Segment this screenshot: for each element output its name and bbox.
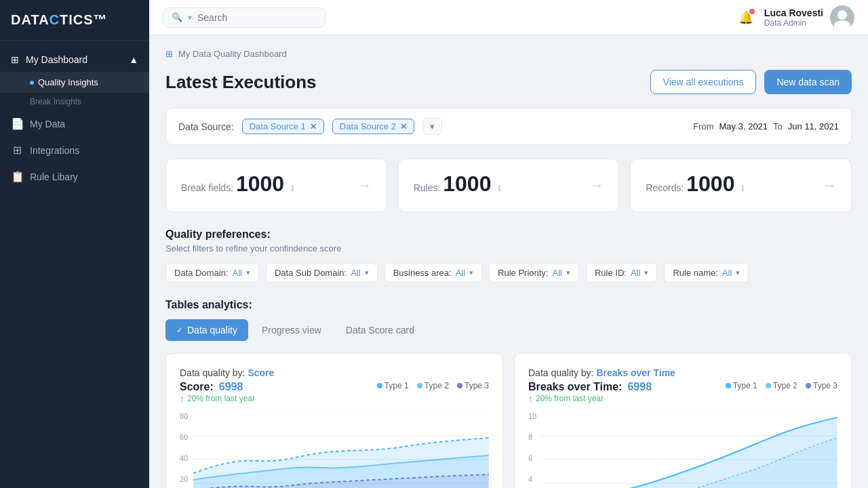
- sidebar-item-break-insights[interactable]: Break Insights: [0, 93, 149, 110]
- pref-filter-rule-name-label: Rule name:: [673, 268, 717, 278]
- stat-value-rules: 1000: [443, 171, 491, 196]
- chart-header-score: Data quality by: Score Score: 6998 ↑ 20%…: [180, 367, 489, 404]
- chart-score-value: 6998: [219, 381, 243, 393]
- integrations-icon: ⊞: [11, 144, 23, 157]
- search-bar[interactable]: 🔍 ▾: [163, 7, 326, 28]
- filter-tag-2[interactable]: Data Source 2 ✕: [332, 119, 414, 134]
- tab-data-quality[interactable]: ✓ Data quality: [165, 319, 248, 341]
- pref-filter-sub-domain-value: All: [351, 268, 360, 278]
- chart-change-breaks: ↑ 20% from last year: [528, 393, 675, 404]
- chart-breaks-value: 6998: [627, 381, 652, 393]
- chart-change-score: ↑ 20% from last year: [180, 393, 274, 404]
- y-label-20: 20: [180, 475, 188, 483]
- legend-type3: Type 3: [457, 381, 489, 390]
- chart-change-score-text: 20% from last year: [187, 394, 255, 403]
- legend-dot-type3: [457, 383, 462, 388]
- green-arrow-icon: ↑: [180, 393, 184, 404]
- view-executions-button[interactable]: View all executions: [650, 70, 757, 94]
- stat-label-records: Records: 1000 ℹ: [646, 171, 745, 197]
- pref-filter-data-domain-value: All: [232, 268, 241, 278]
- tab-data-score-card-label: Data Score card: [346, 325, 414, 336]
- sidebar-item-dashboard[interactable]: ⊞ My Dashboard ▲: [0, 47, 149, 72]
- stat-label-break-fields: Break fields: 1000 ℹ: [181, 171, 294, 197]
- pref-filter-business-area[interactable]: Business area: All ▾: [384, 263, 482, 283]
- app-logo: DATACTICS™: [0, 0, 149, 41]
- pref-filter-data-domain[interactable]: Data Domain: All ▾: [165, 263, 259, 283]
- stat-value-break-fields: 1000: [236, 171, 284, 196]
- legend-dot-breaks-type3: [806, 383, 811, 388]
- stat-card-break-fields: Break fields: 1000 ℹ →: [165, 159, 387, 212]
- dashboard-icon: ⊞: [11, 54, 19, 65]
- filter-tag-1-remove[interactable]: ✕: [310, 122, 317, 131]
- search-chevron-icon: ▾: [188, 13, 192, 22]
- tab-bar: ✓ Data quality Progress view Data Score …: [165, 319, 852, 341]
- break-insights-label: Break Insights: [30, 97, 81, 106]
- legend-breaks-type2: Type 2: [766, 381, 797, 390]
- filter-tag-2-remove[interactable]: ✕: [400, 122, 407, 131]
- stat-card-rules: Rules: 1000 ℹ →: [398, 159, 620, 212]
- tab-data-score-card[interactable]: Data Score card: [335, 319, 425, 341]
- search-icon: 🔍: [172, 12, 182, 22]
- prefs-filters: Data Domain: All ▾ Data Sub Domain: All …: [165, 263, 852, 283]
- chart-area-score: 80 60 40 20 0: [180, 412, 489, 488]
- tab-data-quality-label: Data quality: [187, 325, 237, 336]
- filter-date: From May 3, 2021 To Jun 11, 2021: [693, 121, 839, 131]
- chart-title-score-value: Score: [248, 367, 274, 378]
- pref-filter-rule-priority[interactable]: Rule Priority: All ▾: [489, 263, 579, 283]
- notification-button[interactable]: 🔔: [738, 10, 753, 25]
- active-dot: [30, 81, 34, 85]
- search-input[interactable]: [197, 12, 317, 23]
- sidebar-item-my-data[interactable]: 📄 My Data: [0, 110, 149, 137]
- stat-label-rules: Rules: 1000 ℹ: [414, 171, 502, 197]
- pref-filter-rule-name-chevron: ▾: [736, 268, 740, 277]
- pref-filter-rule-id-chevron: ▾: [644, 268, 648, 277]
- legend-dot-type2: [417, 383, 422, 388]
- filter-dropdown-button[interactable]: ▾: [422, 118, 442, 135]
- breadcrumb: ⊞ My Data Quality Dashboard: [165, 49, 852, 59]
- chart-svg-score: [193, 412, 489, 488]
- topbar-right: 🔔 Luca Rovesti Data Admin: [738, 5, 854, 30]
- chart-card-breaks: Data quality by: Breaks over Time Breaks…: [514, 353, 852, 488]
- chart-area-breaks: 10 8 6 4 2: [528, 412, 837, 488]
- chart-title-breaks-value: Breaks over Time: [596, 367, 675, 378]
- stat-arrow-records[interactable]: →: [823, 178, 836, 193]
- date-to-label: To: [773, 121, 783, 131]
- tab-progress-view[interactable]: Progress view: [251, 319, 332, 341]
- new-data-scan-button[interactable]: New data scan: [764, 70, 852, 94]
- pref-filter-rule-id-label: Rule ID:: [595, 268, 627, 278]
- pref-filter-rule-id[interactable]: Rule ID: All ▾: [586, 263, 657, 283]
- pref-filter-sub-domain[interactable]: Data Sub Domain: All ▾: [266, 263, 378, 283]
- chart-score-label: Score:: [180, 381, 214, 393]
- filter-tag-1[interactable]: Data Source 1 ✕: [242, 119, 324, 134]
- user-name: Luca Rovesti: [764, 7, 823, 18]
- sidebar: DATACTICS™ ⊞ My Dashboard ▲ Quality Insi…: [0, 0, 149, 488]
- sidebar-item-rule-library[interactable]: 📋 Rule Libary: [0, 163, 149, 190]
- legend-type1: Type 1: [377, 381, 409, 390]
- chart-change-breaks-text: 20% from last year: [536, 394, 604, 403]
- stat-arrow-break-fields[interactable]: →: [358, 178, 372, 193]
- y-label-6: 6: [528, 454, 536, 462]
- legend-dot-breaks-type1: [726, 383, 731, 388]
- breadcrumb-label: My Data Quality Dashboard: [178, 49, 287, 59]
- header-actions: View all executions New data scan: [650, 70, 852, 94]
- charts-row: Data quality by: Score Score: 6998 ↑ 20%…: [165, 353, 852, 488]
- chart-title-score: Data quality by: Score: [180, 367, 274, 378]
- avatar: [830, 5, 854, 30]
- sidebar-item-quality-insights[interactable]: Quality Insights: [0, 72, 149, 93]
- tables-analytics-section: Tables analytics: ✓ Data quality Progres…: [165, 299, 852, 488]
- pref-filter-business-area-chevron: ▾: [469, 268, 473, 277]
- legend-breaks: Type 1 Type 2 Type 3: [726, 381, 837, 390]
- sidebar-nav: ⊞ My Dashboard ▲ Quality Insights Break …: [0, 41, 149, 488]
- date-to-value: Jun 11, 2021: [788, 121, 839, 131]
- filter-tag-1-label: Data Source 1: [250, 121, 306, 131]
- pref-filter-data-domain-chevron: ▾: [246, 268, 250, 277]
- pref-filter-rule-name[interactable]: Rule name: All ▾: [664, 263, 749, 283]
- check-icon: ✓: [176, 325, 183, 335]
- y-axis-score: 80 60 40 20 0: [180, 412, 191, 488]
- sidebar-item-integrations[interactable]: ⊞ Integrations: [0, 137, 149, 163]
- pref-filter-sub-domain-chevron: ▾: [365, 268, 369, 277]
- pref-filter-rule-priority-value: All: [553, 268, 562, 278]
- chart-title-breaks: Data quality by: Breaks over Time: [528, 367, 675, 378]
- y-label-60: 60: [180, 433, 188, 441]
- stat-arrow-rules[interactable]: →: [590, 178, 604, 193]
